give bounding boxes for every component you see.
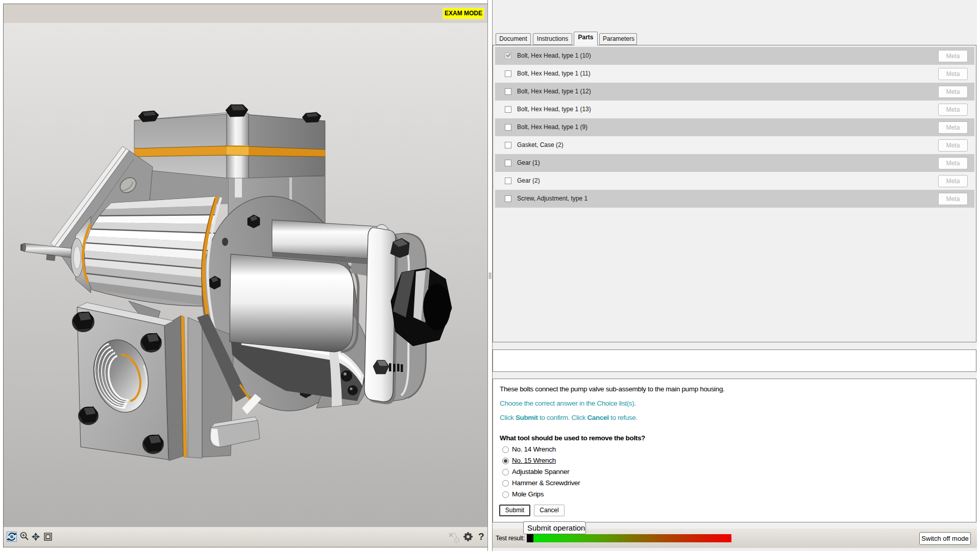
svg-text:?: ? [478, 531, 484, 542]
